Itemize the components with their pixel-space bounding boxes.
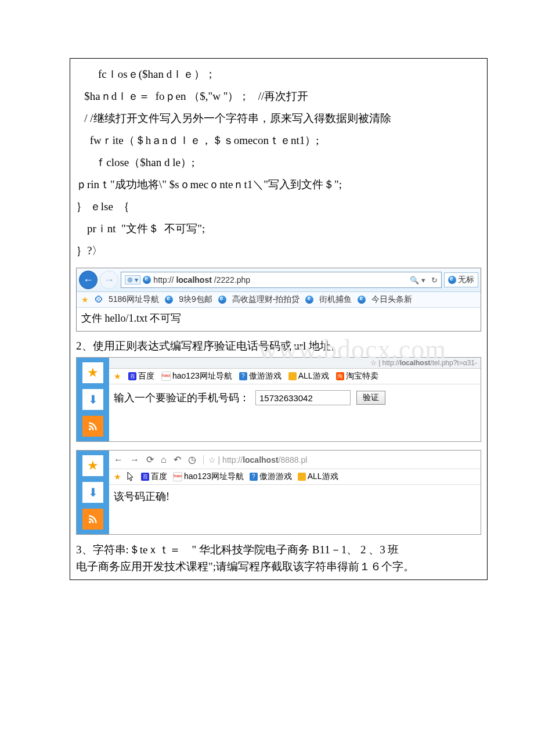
code-line: fcｌosｅ($han dｌｅ）； (76, 63, 481, 85)
bookmark-taobao[interactable]: 淘淘宝特卖 (336, 371, 378, 381)
bookmark-link[interactable]: 今日头条新 (371, 294, 412, 305)
ie-link-icon (165, 296, 173, 304)
ie-tab-icon (448, 276, 456, 284)
result-text: 该号码正确! (109, 485, 481, 512)
back-button[interactable]: ← (79, 271, 98, 289)
forward-button[interactable]: → (100, 271, 118, 289)
back-icon[interactable]: ← (114, 455, 123, 465)
task-3-line1: 3、字符串:＄teｘｔ＝ " 华北科技学院电子商务 B11－1、 2 、3 班 (76, 542, 481, 559)
code-line: $haｎdｌｅ＝ foｐen （$,"w "）； //再次打开 (76, 85, 481, 107)
sidebar-download-icon[interactable]: ⬇ (82, 389, 103, 410)
address-bar[interactable]: ⊕ ▾ http://localhost/2222.php 🔍 ▾ ↻ (121, 272, 442, 288)
home-icon[interactable]: ⌂ (161, 455, 167, 465)
browser-tab[interactable]: 无标 (444, 272, 478, 287)
address-bar[interactable]: ☆ | http://localhost/8888.pl (203, 455, 308, 465)
document-frame: fcｌosｅ($han dｌｅ）； $haｎdｌｅ＝ foｐen （$,"w "… (70, 58, 488, 580)
task-2-text: www.bdocx.com 2、使用正则表达式编写程序验证电话号码或 url 地… (76, 337, 481, 355)
bookmarks-bar: ★ 百百度 haohao123网址导航 ?傲游游戏 ALL游戏 (109, 469, 481, 485)
task-3-line2: 电子商务应用开发技术课程";请编写程序截取该字符串得前１６个字。 (76, 559, 481, 575)
address-bar-small[interactable]: ☆ | http://localhost/tel.php?t=α31- (109, 358, 481, 369)
bookmark-link[interactable]: 高收益理财-拍拍贷 (232, 294, 300, 305)
search-icon[interactable]: 🔍 ▾ (410, 276, 425, 285)
code-line: / /继续打开文件写入另外一个字符串，原来写入得数据则被清除 (76, 107, 481, 129)
bookmark-baidu[interactable]: 百百度 (128, 371, 154, 381)
bookmark-aoyou[interactable]: ?傲游游戏 (239, 371, 282, 381)
sidebar: ★ ⬇ (77, 358, 109, 441)
svg-point-1 (89, 521, 91, 523)
sidebar: ★ ⬇ (77, 451, 109, 534)
bookmark-baidu[interactable]: 百百度 (141, 471, 167, 482)
code-line: ｝?〉 (76, 240, 481, 262)
ie-link-icon (358, 296, 366, 304)
sidebar-favorites-icon[interactable]: ★ (82, 362, 103, 383)
bookmark-allgame[interactable]: ALL游戏 (298, 471, 338, 482)
bookmark-link[interactable]: 9块9包邮 (179, 294, 212, 305)
ie-link-icon (218, 296, 226, 304)
sidebar-download-icon[interactable]: ⬇ (82, 482, 103, 503)
bookmark-home-icon[interactable]: ⭙ (95, 295, 103, 304)
url-prefix: http:// (153, 275, 174, 285)
ie-page-content: 文件 hello/1.txt 不可写 (77, 308, 481, 331)
nav-toolbar: ← → ⟳ ⌂ ↶ ◷ ☆ | http://localhost/8888.pl (109, 451, 481, 469)
bookmark-link[interactable]: 街机捕鱼 (319, 294, 352, 305)
undo-icon[interactable]: ↶ (174, 454, 181, 465)
bookmark-hao123[interactable]: haohao123网址导航 (161, 371, 232, 381)
sidebar-rss-icon[interactable] (82, 416, 103, 437)
bookmark-aoyou[interactable]: ?傲游游戏 (250, 471, 292, 482)
sidebar-rss-icon[interactable] (82, 509, 103, 530)
history-icon[interactable]: ◷ (188, 454, 196, 465)
bookmark-link[interactable]: 5186网址导航 (109, 294, 159, 305)
task-3-text: 3、字符串:＄teｘｔ＝ " 华北科技学院电子商务 B11－1、 2 、3 班 … (76, 542, 481, 575)
verify-button[interactable]: 验证 (356, 391, 385, 405)
code-line: ｐrinｔ"成功地将\" $sｏmecｏnteｎt1＼"写入到文件＄"; (76, 174, 481, 196)
tab-label: 无标 (458, 275, 474, 285)
url-path: /2222.php (214, 275, 250, 285)
refresh-icon[interactable]: ↻ (431, 276, 438, 285)
code-line: ｝ ｅlse ｛ (76, 196, 481, 218)
maxthon-browser-input: ★ ⬇ ☆ | http://localhost/tel.php?t=α31- … (76, 357, 481, 442)
maxthon-browser-result: ★ ⬇ ← → ⟳ ⌂ ↶ ◷ ☆ | http://localhost/888… (76, 450, 481, 535)
cursor-icon (127, 471, 135, 482)
code-line: fwｒite（＄hａnｄｌｅ，＄ｓomeconｔｅnt1）; (76, 129, 481, 152)
ie-browser-screenshot: ← → ⊕ ▾ http://localhost/2222.php 🔍 ▾ ↻ … (76, 268, 481, 332)
phone-prompt-label: 输入一个要验证的手机号码： (114, 391, 250, 405)
phone-input[interactable] (255, 390, 351, 405)
bookmarks-bar: ★ 百百度 haohao123网址导航 ?傲游游戏 ALL游戏 淘淘宝特卖 (109, 369, 481, 384)
compat-icon: ⊕ ▾ (125, 275, 140, 285)
bookmark-hao123[interactable]: haohao123网址导航 (173, 471, 244, 482)
ie-favicon-icon (143, 276, 151, 284)
reload-icon[interactable]: ⟳ (146, 454, 154, 465)
code-line: ｆclose（$han d le）; (76, 152, 481, 174)
favorites-star-icon[interactable]: ★ (81, 295, 89, 304)
bookmark-allgame[interactable]: ALL游戏 (288, 371, 329, 381)
ie-link-icon (305, 296, 313, 304)
code-line: prｉnt "文件＄ 不可写"; (76, 218, 481, 240)
url-host: localhost (176, 275, 211, 285)
task-2-prompt: 2、使用正则表达式编写程序验证电话号码或 url 地址。 (76, 340, 342, 352)
forward-icon[interactable]: → (130, 455, 139, 465)
bookmarks-bar: ★ ⭙ 5186网址导航 9块9包邮 高收益理财-拍拍贷 街机捕鱼 今日头条新 (77, 292, 481, 308)
svg-point-0 (89, 428, 91, 430)
sidebar-favorites-icon[interactable]: ★ (82, 455, 103, 476)
